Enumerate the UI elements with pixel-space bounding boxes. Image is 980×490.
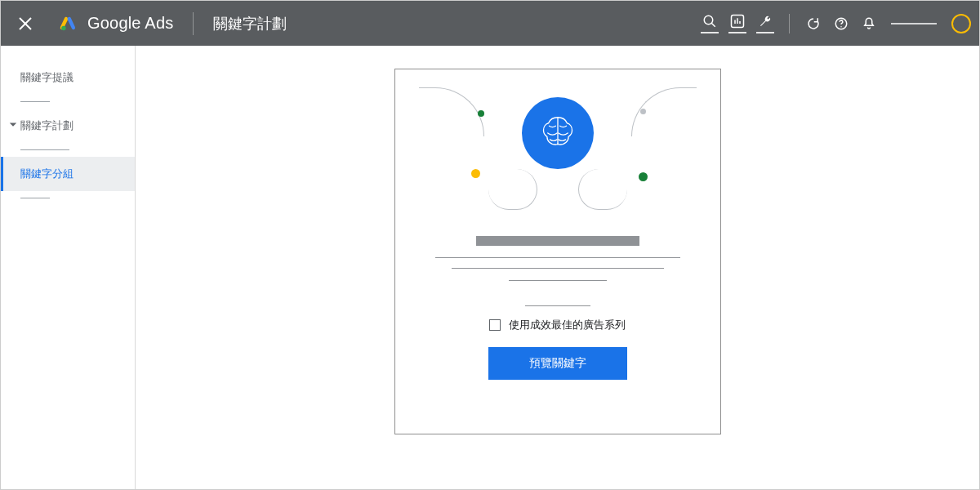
preview-keywords-button[interactable]: 預覽關鍵字 [488, 347, 627, 380]
refresh-icon [806, 16, 821, 31]
placeholder-line [525, 305, 590, 306]
google-ads-logo-icon [60, 15, 78, 33]
checkbox-icon[interactable] [489, 319, 501, 331]
main-content: 使用成效最佳的廣告系列 預覽關鍵字 [136, 46, 979, 489]
left-sidebar: 關鍵字提議 關鍵字計劃 關鍵字分組 [1, 46, 136, 489]
best-performance-checkbox-row[interactable]: 使用成效最佳的廣告系列 [489, 318, 626, 332]
account-placeholder-line [891, 23, 937, 24]
sidebar-item-label: 關鍵字計劃 [20, 119, 74, 131]
sidebar-item-plan[interactable]: 關鍵字計劃 [1, 109, 135, 143]
close-button[interactable] [12, 11, 38, 37]
sidebar-divider [20, 101, 50, 102]
wrench-icon [758, 14, 773, 29]
placeholder-line [435, 257, 680, 258]
tools-button[interactable] [751, 14, 779, 33]
placeholder-line [509, 280, 607, 281]
header-separator [193, 12, 194, 35]
svg-line-6 [711, 23, 715, 27]
help-button[interactable] [827, 10, 855, 38]
search-button[interactable] [696, 14, 724, 33]
sidebar-item-groups[interactable]: 關鍵字分組 [1, 157, 135, 191]
sidebar-item-ideas[interactable]: 關鍵字提議 [1, 60, 135, 95]
sidebar-item-label: 關鍵字提議 [20, 71, 74, 83]
placeholder-text-block [435, 236, 680, 306]
svg-point-12 [840, 26, 842, 28]
account-avatar[interactable] [951, 14, 971, 33]
header-separator-2 [789, 14, 790, 33]
placeholder-line [452, 268, 664, 269]
bar-chart-icon [730, 14, 745, 29]
svg-rect-3 [67, 16, 76, 30]
sidebar-divider [20, 149, 69, 150]
sidebar-divider [20, 198, 50, 198]
close-icon [19, 17, 32, 30]
empty-state-card: 使用成效最佳的廣告系列 預覽關鍵字 [394, 69, 721, 434]
illustration [411, 94, 705, 216]
notifications-button[interactable] [855, 10, 883, 38]
reports-button[interactable] [724, 14, 751, 33]
page-title: 關鍵字計劃 [213, 14, 287, 33]
svg-point-4 [61, 25, 66, 30]
app-header: Google Ads 關鍵字計劃 [1, 1, 979, 46]
help-icon [834, 16, 849, 31]
placeholder-bar [476, 236, 639, 246]
button-label: 預覽關鍵字 [529, 356, 586, 371]
checkbox-label: 使用成效最佳的廣告系列 [509, 318, 626, 332]
brand-label: Google Ads [87, 14, 173, 33]
svg-point-5 [704, 16, 713, 24]
brain-icon [522, 97, 594, 169]
search-icon [702, 14, 717, 29]
bell-icon [862, 16, 876, 31]
refresh-button[interactable] [800, 10, 827, 38]
sidebar-item-label: 關鍵字分組 [20, 167, 74, 180]
